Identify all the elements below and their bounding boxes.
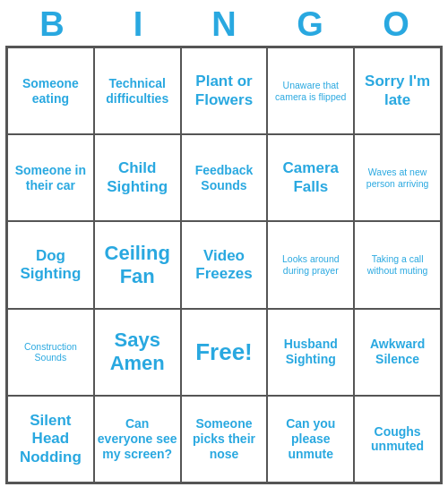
bingo-cell-15[interactable]: Construction Sounds bbox=[7, 309, 94, 396]
bingo-cell-1[interactable]: Technical difficulties bbox=[94, 47, 181, 134]
bingo-cell-17[interactable]: Free! bbox=[181, 309, 268, 396]
bingo-cell-7[interactable]: Feedback Sounds bbox=[181, 134, 268, 221]
bingo-cell-text-4: Sorry I'm late bbox=[358, 73, 437, 109]
bingo-letter-g: G bbox=[290, 5, 330, 44]
bingo-cell-19[interactable]: Awkward Silence bbox=[354, 309, 441, 396]
bingo-cell-text-10: Dog Sighting bbox=[11, 247, 90, 284]
bingo-cell-6[interactable]: Child Sighting bbox=[94, 134, 181, 221]
bingo-cell-text-1: Technical difficulties bbox=[98, 76, 177, 107]
bingo-cell-24[interactable]: Coughs unmuted bbox=[354, 396, 441, 483]
bingo-cell-text-14: Taking a call without muting bbox=[358, 253, 437, 276]
bingo-cell-2[interactable]: Plant or Flowers bbox=[181, 47, 268, 134]
bingo-cell-text-5: Someone in their car bbox=[11, 163, 90, 193]
bingo-cell-14[interactable]: Taking a call without muting bbox=[354, 221, 441, 308]
bingo-cell-text-2: Plant or Flowers bbox=[185, 73, 264, 109]
bingo-cell-text-3: Unaware that camera is flipped bbox=[271, 80, 350, 102]
bingo-cell-3[interactable]: Unaware that camera is flipped bbox=[267, 47, 354, 134]
bingo-cell-0[interactable]: Someone eating bbox=[7, 47, 94, 134]
bingo-letter-n: N bbox=[204, 5, 244, 44]
bingo-cell-text-23: Can you please unmute bbox=[271, 416, 350, 461]
bingo-cell-text-21: Can everyone see my screen? bbox=[98, 416, 177, 461]
bingo-cell-text-11: Ceiling Fan bbox=[98, 242, 177, 289]
bingo-cell-text-0: Someone eating bbox=[11, 76, 90, 107]
bingo-cell-9[interactable]: Waves at new person arriving bbox=[354, 134, 441, 221]
bingo-cell-text-8: Camera Falls bbox=[271, 159, 350, 196]
bingo-cell-text-20: Silent Head Nodding bbox=[11, 412, 90, 466]
bingo-cell-23[interactable]: Can you please unmute bbox=[267, 396, 354, 483]
bingo-cell-8[interactable]: Camera Falls bbox=[267, 134, 354, 221]
bingo-cell-11[interactable]: Ceiling Fan bbox=[94, 221, 181, 308]
bingo-letter-i: I bbox=[118, 5, 158, 44]
bingo-cell-text-13: Looks around during prayer bbox=[271, 253, 350, 276]
bingo-cell-text-15: Construction Sounds bbox=[11, 341, 90, 363]
bingo-cell-12[interactable]: Video Freezes bbox=[181, 221, 268, 308]
bingo-cell-text-17: Free! bbox=[195, 338, 253, 366]
bingo-cell-10[interactable]: Dog Sighting bbox=[7, 221, 94, 308]
bingo-cell-22[interactable]: Someone picks their nose bbox=[181, 396, 268, 483]
bingo-cell-text-12: Video Freezes bbox=[185, 247, 264, 284]
bingo-cell-text-6: Child Sighting bbox=[98, 159, 177, 196]
bingo-cell-5[interactable]: Someone in their car bbox=[7, 134, 94, 221]
bingo-cell-text-22: Someone picks their nose bbox=[185, 416, 264, 461]
bingo-cell-20[interactable]: Silent Head Nodding bbox=[7, 396, 94, 483]
bingo-grid: Someone eatingTechnical difficultiesPlan… bbox=[5, 46, 443, 484]
bingo-letter-b: B bbox=[32, 5, 72, 44]
bingo-cell-4[interactable]: Sorry I'm late bbox=[354, 47, 441, 134]
bingo-cell-21[interactable]: Can everyone see my screen? bbox=[94, 396, 181, 483]
bingo-cell-16[interactable]: Says Amen bbox=[94, 309, 181, 396]
bingo-cell-text-18: Husband Sighting bbox=[271, 337, 350, 367]
bingo-cell-18[interactable]: Husband Sighting bbox=[267, 309, 354, 396]
bingo-cell-text-16: Says Amen bbox=[98, 329, 177, 376]
bingo-letter-o: O bbox=[376, 5, 416, 44]
bingo-cell-text-9: Waves at new person arriving bbox=[358, 167, 437, 189]
bingo-header: BINGO bbox=[9, 0, 439, 46]
bingo-cell-text-7: Feedback Sounds bbox=[185, 163, 264, 193]
bingo-cell-text-24: Coughs unmuted bbox=[358, 424, 437, 455]
bingo-cell-text-19: Awkward Silence bbox=[358, 337, 437, 367]
bingo-cell-13[interactable]: Looks around during prayer bbox=[267, 221, 354, 308]
